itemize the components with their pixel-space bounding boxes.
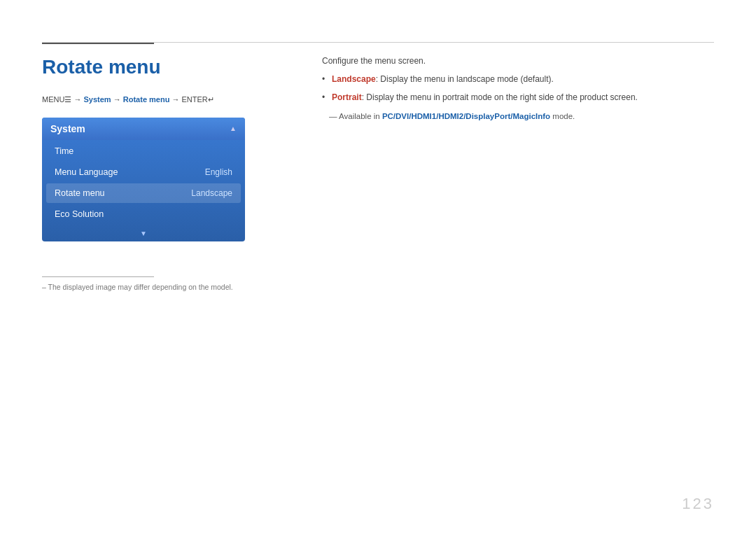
footnote-area: – The displayed image may differ dependi… [42,276,287,291]
landscape-term: Landscape [332,74,376,84]
menu-item-time-label: Time [55,146,74,156]
top-rule [42,42,714,43]
portrait-term: Portrait [332,92,362,102]
arrow-1: → [74,95,83,104]
enter-label: ENTER [182,95,208,104]
configure-text: Configure the menu screen. [322,56,714,66]
menu-item-eco[interactable]: Eco Solution [46,204,241,224]
rotate-menu-link: Rotate menu [123,95,170,104]
left-column: Rotate menu MENU☰ → System → Rotate menu… [42,56,308,291]
arrow-2: → [113,95,123,104]
menu-path: MENU☰ → System → Rotate menu → ENTER↵ [42,94,287,106]
system-menu-header: System ▲ [42,118,245,140]
arrow-3: → [172,95,181,104]
enter-icon: ↵ [208,95,214,104]
available-prefix: — Available in [329,112,382,120]
portrait-description: : Display the menu in portrait mode on t… [362,92,638,102]
available-suffix: mode. [550,112,575,120]
menu-item-language[interactable]: Menu Language English [46,162,241,182]
chevron-up-icon: ▲ [230,125,237,132]
menu-icon: ☰ [64,95,71,104]
available-note: — Available in PC/DVI/HDMI1/HDMI2/Displa… [322,111,714,122]
bullet-landscape: Landscape: Display the menu in landscape… [322,73,714,85]
menu-item-rotate-label: Rotate menu [55,188,105,198]
landscape-description: : Display the menu in landscape mode (de… [376,74,554,84]
system-menu-title: System [50,123,85,134]
page-title: Rotate menu [42,56,287,78]
footnote-text: – The displayed image may differ dependi… [42,283,287,291]
menu-item-language-label: Menu Language [55,167,118,177]
menu-footer: ▼ [42,225,245,241]
menu-item-rotate[interactable]: Rotate menu Landscape [46,183,241,203]
menu-item-language-value: English [205,167,232,177]
footnote-rule [42,276,154,277]
available-modes: PC/DVI/HDMI1/HDMI2/DisplayPort/MagicInfo [382,112,550,120]
menu-item-rotate-value: Landscape [191,188,232,198]
right-column: Configure the menu screen. Landscape: Di… [308,56,714,291]
page-number: 123 [682,495,714,513]
bullet-portrait: Portrait: Display the menu in portrait m… [322,91,714,104]
menu-item-time[interactable]: Time [46,141,241,161]
chevron-down-icon: ▼ [140,230,147,237]
system-link: System [84,95,111,104]
system-menu: System ▲ Time Menu Language English Rota… [42,118,245,241]
menu-label: MENU [42,95,64,104]
bullet-list: Landscape: Display the menu in landscape… [322,73,714,104]
menu-item-eco-label: Eco Solution [55,209,104,219]
